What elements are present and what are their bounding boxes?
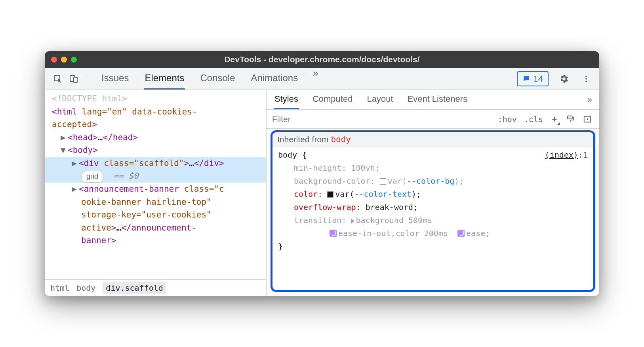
decl-transition[interactable]: transition: background 500ms — [278, 214, 588, 227]
crumb-body[interactable]: body — [76, 283, 95, 293]
titlebar: DevTools - developer.chrome.com/docs/dev… — [45, 51, 599, 68]
new-style-rule-icon[interactable] — [550, 115, 559, 124]
rule-source[interactable]: (index):1 — [545, 149, 588, 162]
rule-selector[interactable]: body — [278, 150, 297, 160]
zoom-window-icon[interactable] — [71, 57, 77, 63]
more-tabs-icon[interactable]: » — [313, 68, 318, 90]
expand-shorthand-icon[interactable] — [351, 219, 354, 223]
color-swatch-icon[interactable] — [380, 178, 386, 185]
filter-tools: :hov .cls — [491, 114, 599, 124]
filter-row: :hov .cls — [267, 110, 599, 129]
toolbar-right: 14 — [517, 71, 593, 86]
inherited-from-header: Inherited from body — [272, 132, 593, 147]
sub-tab-event-listeners[interactable]: Event Listeners — [407, 90, 469, 109]
window-title: DevTools - developer.chrome.com/docs/dev… — [45, 55, 599, 64]
css-rule[interactable]: body { (index):1 min-height: 100vh; back… — [272, 147, 593, 256]
sub-tab-computed[interactable]: Computed — [312, 90, 354, 109]
main-toolbar: Issues Elements Console Animations » 14 — [45, 68, 599, 90]
decl-background-color[interactable]: background-color: var(--color-bg); — [278, 175, 588, 188]
tab-elements[interactable]: Elements — [144, 68, 185, 90]
svg-point-5 — [585, 80, 587, 82]
breadcrumb: html body div.scaffold — [45, 279, 266, 296]
styles-sub-tabs: Styles Computed Layout Event Listeners » — [267, 90, 599, 110]
computed-toggle-icon[interactable] — [583, 114, 592, 124]
dom-tree[interactable]: <!DOCTYPE html> <html lang="en" data-coo… — [45, 90, 266, 279]
traffic-lights — [51, 57, 77, 63]
separator — [86, 73, 86, 84]
rule-close-brace: } — [278, 240, 588, 253]
crumb-html[interactable]: html — [50, 283, 69, 293]
svg-rect-6 — [568, 116, 572, 118]
paint-icon[interactable] — [566, 114, 575, 124]
cubic-bezier-icon[interactable] — [457, 230, 465, 237]
dom-panel: <!DOCTYPE html> <html lang="en" data-coo… — [45, 90, 267, 296]
close-window-icon[interactable] — [51, 57, 57, 63]
chat-icon — [522, 75, 530, 83]
minimize-window-icon[interactable] — [61, 57, 67, 63]
device-toggle-icon[interactable] — [67, 72, 80, 86]
cubic-bezier-icon[interactable] — [330, 230, 337, 237]
devtools-window: DevTools - developer.chrome.com/docs/dev… — [45, 51, 599, 296]
sub-tab-layout[interactable]: Layout — [366, 90, 394, 109]
tab-animations[interactable]: Animations — [250, 68, 299, 90]
inspect-element-icon[interactable] — [51, 72, 65, 86]
decl-transition-cont[interactable]: ease-in-out,color 200ms ease; — [278, 227, 588, 240]
more-sub-tabs-icon[interactable]: » — [587, 95, 592, 105]
styles-rule-highlight: Inherited from body body { (index):1 min… — [271, 130, 595, 292]
dom-body-open[interactable]: ▼<body> — [52, 144, 263, 157]
dom-head[interactable]: ▶<head>…</head> — [52, 131, 263, 144]
styles-panel: Styles Computed Layout Event Listeners »… — [267, 90, 599, 296]
svg-rect-2 — [74, 77, 77, 83]
hov-toggle[interactable]: :hov — [498, 114, 517, 124]
decl-min-height[interactable]: min-height: 100vh; — [278, 162, 588, 175]
styles-filter-input[interactable] — [267, 114, 491, 124]
cls-toggle[interactable]: .cls — [524, 114, 543, 124]
dom-html-open2[interactable]: accepted> — [52, 118, 263, 131]
svg-point-4 — [585, 78, 587, 80]
tab-issues[interactable]: Issues — [101, 68, 130, 90]
issues-badge[interactable]: 14 — [517, 71, 549, 86]
panels-body: <!DOCTYPE html> <html lang="en" data-coo… — [45, 90, 599, 296]
svg-point-3 — [585, 75, 587, 77]
dom-doctype[interactable]: <!DOCTYPE html> — [52, 92, 263, 105]
decl-overflow-wrap[interactable]: overflow-wrap: break-word; — [278, 201, 588, 214]
kebab-menu-icon[interactable] — [579, 72, 593, 86]
main-tabs: Issues Elements Console Animations » — [101, 68, 510, 90]
sub-tab-styles[interactable]: Styles — [274, 90, 299, 109]
dom-announcement-banner[interactable]: ▶<announcement-banner class="c — [52, 183, 263, 196]
crumb-scaffold[interactable]: div.scaffold — [103, 282, 166, 294]
dom-html-open[interactable]: <html lang="en" data-cookies- — [52, 105, 263, 118]
issues-count: 14 — [533, 74, 543, 84]
color-swatch-icon[interactable] — [327, 191, 333, 198]
tab-console[interactable]: Console — [199, 68, 236, 90]
grid-badge[interactable]: grid — [81, 171, 103, 183]
dom-selected-node[interactable]: ⋯ ▶<div class="scaffold">…</div> grid ==… — [45, 157, 266, 183]
decl-color[interactable]: color: var(--color-text); — [278, 188, 588, 201]
settings-icon[interactable] — [557, 72, 571, 86]
console-ref: == $0 — [113, 171, 138, 181]
